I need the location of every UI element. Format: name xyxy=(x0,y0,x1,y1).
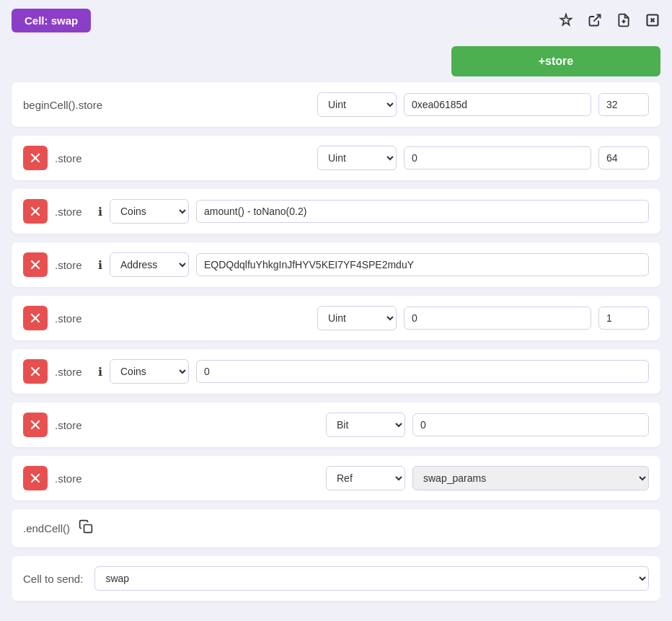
delete-btn-5[interactable] xyxy=(23,359,48,384)
store-label-7: .store xyxy=(55,472,91,485)
type-select-1[interactable]: Uint xyxy=(317,146,397,170)
type-select-2[interactable]: Coins xyxy=(110,199,189,224)
delete-btn-4[interactable] xyxy=(23,306,48,330)
copy-icon[interactable] xyxy=(79,519,93,537)
store-label-5: .store xyxy=(55,366,91,378)
store-label-1: .store xyxy=(55,152,91,164)
store-label-6: .store xyxy=(55,419,91,431)
begin-bits-input[interactable] xyxy=(598,93,649,116)
header: Cell: swap xyxy=(0,0,672,40)
store-btn-row: +store xyxy=(0,40,672,82)
pin-icon[interactable] xyxy=(558,12,574,28)
add-store-button[interactable]: +store xyxy=(451,46,660,76)
end-cell-row: .endCell() xyxy=(12,509,660,547)
add-file-icon[interactable] xyxy=(616,12,632,28)
cell-title: Cell: swap xyxy=(12,9,91,32)
type-select-7[interactable]: Ref xyxy=(326,466,405,490)
value-input-1[interactable] xyxy=(404,146,591,169)
header-icons xyxy=(558,12,660,28)
bits-input-1[interactable] xyxy=(598,146,649,169)
delete-btn-7[interactable] xyxy=(23,466,48,490)
close-icon[interactable] xyxy=(645,12,660,28)
value-input-5[interactable] xyxy=(196,360,649,383)
begin-row: beginCell().store Uint xyxy=(12,82,660,127)
store-row-2: .store ℹ Coins xyxy=(12,189,660,234)
store-row-1: .store Uint xyxy=(12,136,660,180)
cell-send-row: Cell to send: swap swap_params xyxy=(12,556,660,601)
main-area: beginCell().store Uint .store Uint xyxy=(0,82,672,621)
cell-send-select[interactable]: swap swap_params xyxy=(94,566,649,591)
store-row-4: .store Uint xyxy=(12,296,660,340)
type-select-5[interactable]: Coins xyxy=(110,359,189,384)
value-input-3[interactable] xyxy=(196,253,649,276)
store-row-6: .store Bit xyxy=(12,402,660,447)
delete-btn-1[interactable] xyxy=(23,146,48,170)
value-select-7[interactable]: swap_params swap xyxy=(412,466,649,490)
store-label-4: .store xyxy=(55,312,91,325)
value-input-6[interactable] xyxy=(412,413,649,436)
store-label-2: .store xyxy=(55,206,91,218)
store-label-3: .store xyxy=(55,259,91,271)
store-row-3: .store ℹ Address xyxy=(12,242,660,287)
begin-type-select[interactable]: Uint xyxy=(317,92,397,117)
app-container: Cell: swap xyxy=(0,0,672,621)
delete-btn-2[interactable] xyxy=(23,199,48,224)
begin-cell-label: beginCell().store xyxy=(23,99,102,111)
value-input-4[interactable] xyxy=(404,307,591,330)
svg-line-0 xyxy=(593,15,600,22)
type-select-6[interactable]: Bit xyxy=(326,413,405,437)
type-select-4[interactable]: Uint xyxy=(317,306,397,330)
end-cell-label: .endCell() xyxy=(23,522,70,534)
store-row-7: .store Ref swap_params swap xyxy=(12,456,660,501)
cell-send-label: Cell to send: xyxy=(23,573,83,585)
bits-input-4[interactable] xyxy=(598,307,649,330)
info-icon-2[interactable]: ℹ xyxy=(98,205,102,219)
svg-rect-20 xyxy=(84,525,92,533)
value-input-2[interactable] xyxy=(196,200,649,223)
store-row-5: .store ℹ Coins xyxy=(12,349,660,394)
delete-btn-6[interactable] xyxy=(23,413,48,437)
begin-value-input[interactable] xyxy=(404,93,591,116)
info-icon-5[interactable]: ℹ xyxy=(98,365,102,379)
export-icon[interactable] xyxy=(587,12,603,28)
info-icon-3[interactable]: ℹ xyxy=(98,258,102,272)
type-select-3[interactable]: Address xyxy=(110,252,189,277)
delete-btn-3[interactable] xyxy=(23,252,48,277)
